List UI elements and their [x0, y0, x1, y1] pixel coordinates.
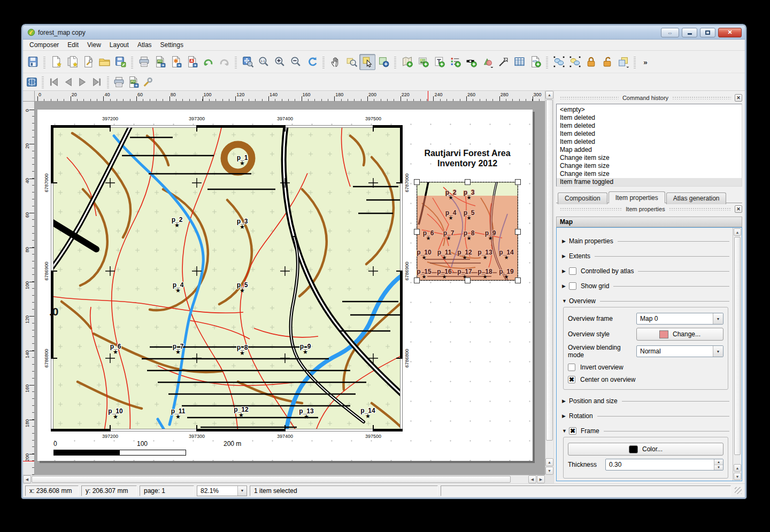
tab-item-properties[interactable]: Item properties: [609, 191, 665, 203]
zoom-full-button[interactable]: [240, 54, 256, 70]
scroll-left-button[interactable]: ◀: [528, 475, 536, 483]
map-title-label[interactable]: Rautjarvi Forest Area Inventory 2012: [382, 148, 545, 168]
section-rotation[interactable]: ▶ Rotation: [562, 410, 729, 422]
zoom-level-combo[interactable]: 82.1% ▼: [197, 485, 247, 496]
scroll-up-button[interactable]: ▲: [734, 464, 741, 472]
zoom-region-button[interactable]: [343, 54, 359, 70]
main-map-item[interactable]: p_1★p_2★p_3★p_4★p_5★p_6★p_7★p_8★p_9★p_10…: [51, 125, 403, 431]
load-from-template-button[interactable]: [96, 54, 112, 70]
menu-view[interactable]: View: [83, 40, 105, 50]
properties-scrollbar[interactable]: ▲ ▲ ▼: [733, 228, 742, 481]
add-arrow-button[interactable]: [495, 54, 511, 70]
center-on-overview-checkbox[interactable]: ✖: [568, 376, 575, 383]
close-icon[interactable]: ✕: [735, 94, 742, 102]
menu-edit[interactable]: Edit: [63, 40, 83, 50]
selection-handle[interactable]: [515, 179, 521, 185]
canvas-horizontal-scrollbar[interactable]: ◀ ◀ ▶: [23, 475, 545, 483]
export-as-pdf-button[interactable]: A: [184, 54, 200, 70]
scroll-down-button[interactable]: ▼: [734, 473, 741, 480]
scroll-thumb[interactable]: [32, 476, 511, 483]
history-item[interactable]: Item deleted: [557, 122, 742, 130]
composition-viewport[interactable]: p_1★p_2★p_3★p_4★p_5★p_6★p_7★p_8★p_9★p_10…: [35, 102, 545, 475]
item-properties-dock-title[interactable]: Item properties ✕: [556, 204, 742, 213]
scalebar-item[interactable]: 0 100 200 m: [53, 440, 246, 456]
history-item[interactable]: <empty>: [557, 106, 742, 114]
history-item[interactable]: Change item size: [557, 154, 742, 162]
scroll-right-button[interactable]: ▶: [537, 475, 545, 483]
scroll-up-button[interactable]: ▲: [545, 91, 553, 99]
add-new-legend-button[interactable]: [447, 54, 463, 70]
overview-map-item[interactable]: p_2★p_3★p_4★p_5★p_6★p_7★p_8★p_9★p_10★p_1…: [417, 182, 518, 281]
save-project-button[interactable]: [25, 54, 41, 70]
selection-handle[interactable]: [414, 179, 420, 185]
zoom-in-button[interactable]: [272, 54, 288, 70]
next-feature-button[interactable]: [75, 75, 90, 89]
frame-color-button[interactable]: Color...: [568, 443, 723, 456]
add-attribute-table-button[interactable]: [511, 54, 527, 70]
previous-feature-button[interactable]: [61, 75, 75, 89]
menu-layout[interactable]: Layout: [105, 40, 133, 50]
menu-composer[interactable]: Composer: [25, 40, 63, 50]
command-history-dock-title[interactable]: Command history ✕: [556, 93, 742, 102]
add-new-scalebar-button[interactable]: [463, 54, 479, 70]
history-item[interactable]: Item deleted: [557, 138, 742, 146]
selection-handle[interactable]: [414, 277, 420, 283]
history-item[interactable]: Change item size: [557, 170, 742, 178]
minimize-button[interactable]: [682, 28, 697, 37]
section-show-grid[interactable]: ▶ Show grid: [562, 280, 729, 292]
history-item[interactable]: Map added: [557, 146, 742, 154]
selection-handle[interactable]: [465, 179, 471, 185]
scroll-left-button[interactable]: ◀: [23, 475, 31, 483]
zoom-out-button[interactable]: [288, 54, 304, 70]
export-as-image-button[interactable]: [152, 54, 168, 70]
add-new-label-button[interactable]: [431, 54, 447, 70]
add-image-button[interactable]: [415, 54, 431, 70]
section-main-properties[interactable]: ▶ Main properties: [562, 235, 729, 247]
show-grid-checkbox[interactable]: [569, 282, 576, 290]
scroll-thumb[interactable]: [734, 237, 741, 455]
refresh-view-button[interactable]: [304, 54, 320, 70]
section-controlled-by-atlas[interactable]: ▶ Controlled by atlas: [562, 265, 729, 277]
history-item[interactable]: Change item size: [557, 162, 742, 170]
pan-button[interactable]: [327, 54, 343, 70]
duplicate-composition-button[interactable]: [64, 54, 80, 70]
canvas-vertical-scrollbar[interactable]: ▲ ▲ ▼: [545, 91, 553, 475]
scroll-down-button[interactable]: ▼: [545, 467, 553, 475]
zoom-actual-size-button[interactable]: 1:1: [256, 54, 272, 70]
command-history-list[interactable]: <empty>Item deletedItem deletedItem dele…: [556, 104, 742, 187]
selection-handle[interactable]: [515, 229, 521, 235]
invert-overview-checkbox[interactable]: [568, 364, 575, 371]
preview-atlas-button[interactable]: [25, 75, 39, 89]
invert-overview-row[interactable]: Invert overview: [568, 364, 723, 371]
title-bar[interactable]: forest_map copy ⇔ ✕: [23, 26, 745, 40]
history-item[interactable]: Item deleted: [557, 130, 742, 138]
overview-frame-dropdown[interactable]: Map 0 ▼: [636, 313, 723, 325]
close-button[interactable]: ✕: [718, 28, 742, 37]
composition-manager-button[interactable]: [80, 54, 96, 70]
center-on-overview-row[interactable]: ✖ Center on overview: [568, 376, 723, 383]
selection-handle[interactable]: [414, 229, 420, 235]
raise-selected-items-button[interactable]: [615, 54, 631, 70]
print-button[interactable]: [136, 54, 152, 70]
section-position-and-size[interactable]: ▶ Position and size: [562, 395, 729, 407]
unlock-all-items-button[interactable]: [599, 54, 615, 70]
undo-button[interactable]: [200, 54, 216, 70]
spin-down-icon[interactable]: ▼: [714, 465, 723, 471]
selection-handle[interactable]: [515, 277, 521, 283]
export-as-svg-button[interactable]: [168, 54, 184, 70]
scroll-up-button[interactable]: ▲: [545, 458, 553, 466]
selection-handle[interactable]: [465, 277, 471, 283]
section-frame[interactable]: ▼ ✖ Frame: [562, 425, 729, 437]
export-atlas-as-image-button[interactable]: [126, 75, 141, 89]
frame-thickness-spinbox[interactable]: 0.30 ▲ ▼: [605, 459, 723, 471]
scroll-up-button[interactable]: ▲: [734, 228, 741, 236]
print-atlas-button[interactable]: [112, 75, 126, 89]
controlled-by-atlas-checkbox[interactable]: [569, 267, 576, 275]
move-item-content-button[interactable]: [375, 54, 391, 70]
section-extents[interactable]: ▶ Extents: [562, 250, 729, 262]
close-icon[interactable]: ✕: [735, 205, 742, 213]
new-composition-button[interactable]: [48, 54, 64, 70]
add-new-map-button[interactable]: [399, 54, 415, 70]
toolbar-extension-button[interactable]: »: [638, 54, 654, 70]
tab-atlas-generation[interactable]: Atlas generation: [666, 192, 727, 204]
